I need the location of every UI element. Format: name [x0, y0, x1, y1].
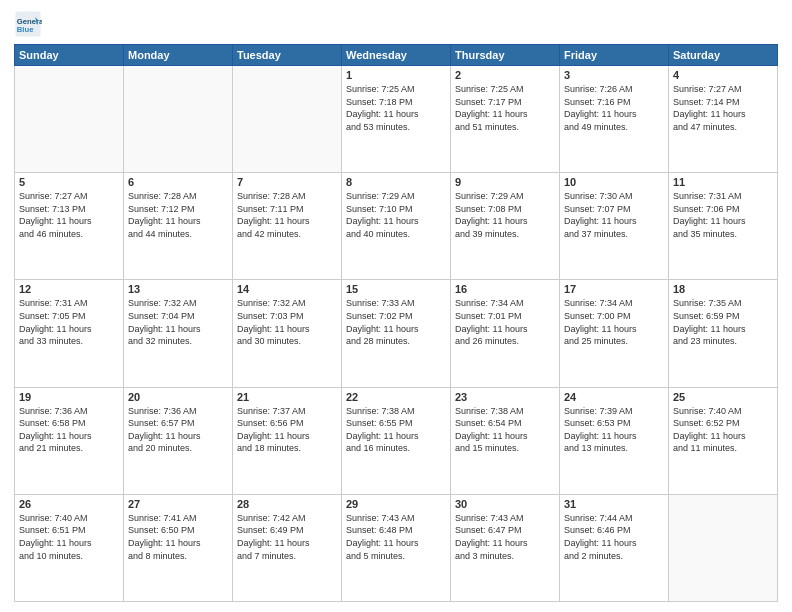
- day-number: 27: [128, 498, 228, 510]
- table-row: 18Sunrise: 7:35 AM Sunset: 6:59 PM Dayli…: [669, 280, 778, 387]
- svg-text:Blue: Blue: [17, 25, 34, 34]
- calendar-week-row: 19Sunrise: 7:36 AM Sunset: 6:58 PM Dayli…: [15, 387, 778, 494]
- day-info: Sunrise: 7:42 AM Sunset: 6:49 PM Dayligh…: [237, 512, 337, 562]
- day-info: Sunrise: 7:29 AM Sunset: 7:10 PM Dayligh…: [346, 190, 446, 240]
- day-info: Sunrise: 7:37 AM Sunset: 6:56 PM Dayligh…: [237, 405, 337, 455]
- day-number: 31: [564, 498, 664, 510]
- table-row: [233, 66, 342, 173]
- table-row: 25Sunrise: 7:40 AM Sunset: 6:52 PM Dayli…: [669, 387, 778, 494]
- day-info: Sunrise: 7:38 AM Sunset: 6:55 PM Dayligh…: [346, 405, 446, 455]
- day-number: 21: [237, 391, 337, 403]
- day-number: 6: [128, 176, 228, 188]
- day-info: Sunrise: 7:39 AM Sunset: 6:53 PM Dayligh…: [564, 405, 664, 455]
- table-row: 1Sunrise: 7:25 AM Sunset: 7:18 PM Daylig…: [342, 66, 451, 173]
- table-row: 4Sunrise: 7:27 AM Sunset: 7:14 PM Daylig…: [669, 66, 778, 173]
- day-info: Sunrise: 7:40 AM Sunset: 6:51 PM Dayligh…: [19, 512, 119, 562]
- calendar-week-row: 1Sunrise: 7:25 AM Sunset: 7:18 PM Daylig…: [15, 66, 778, 173]
- table-row: 30Sunrise: 7:43 AM Sunset: 6:47 PM Dayli…: [451, 494, 560, 601]
- day-info: Sunrise: 7:26 AM Sunset: 7:16 PM Dayligh…: [564, 83, 664, 133]
- table-row: 14Sunrise: 7:32 AM Sunset: 7:03 PM Dayli…: [233, 280, 342, 387]
- day-info: Sunrise: 7:34 AM Sunset: 7:01 PM Dayligh…: [455, 297, 555, 347]
- table-row: 24Sunrise: 7:39 AM Sunset: 6:53 PM Dayli…: [560, 387, 669, 494]
- day-number: 25: [673, 391, 773, 403]
- table-row: 12Sunrise: 7:31 AM Sunset: 7:05 PM Dayli…: [15, 280, 124, 387]
- day-number: 11: [673, 176, 773, 188]
- day-number: 7: [237, 176, 337, 188]
- day-number: 14: [237, 283, 337, 295]
- col-thursday: Thursday: [451, 45, 560, 66]
- day-number: 28: [237, 498, 337, 510]
- day-info: Sunrise: 7:30 AM Sunset: 7:07 PM Dayligh…: [564, 190, 664, 240]
- table-row: 21Sunrise: 7:37 AM Sunset: 6:56 PM Dayli…: [233, 387, 342, 494]
- table-row: 27Sunrise: 7:41 AM Sunset: 6:50 PM Dayli…: [124, 494, 233, 601]
- day-number: 20: [128, 391, 228, 403]
- calendar-header-row: Sunday Monday Tuesday Wednesday Thursday…: [15, 45, 778, 66]
- day-info: Sunrise: 7:36 AM Sunset: 6:58 PM Dayligh…: [19, 405, 119, 455]
- day-info: Sunrise: 7:43 AM Sunset: 6:48 PM Dayligh…: [346, 512, 446, 562]
- table-row: 15Sunrise: 7:33 AM Sunset: 7:02 PM Dayli…: [342, 280, 451, 387]
- day-number: 30: [455, 498, 555, 510]
- table-row: 23Sunrise: 7:38 AM Sunset: 6:54 PM Dayli…: [451, 387, 560, 494]
- table-row: 10Sunrise: 7:30 AM Sunset: 7:07 PM Dayli…: [560, 173, 669, 280]
- day-number: 16: [455, 283, 555, 295]
- day-number: 3: [564, 69, 664, 81]
- day-number: 13: [128, 283, 228, 295]
- table-row: 26Sunrise: 7:40 AM Sunset: 6:51 PM Dayli…: [15, 494, 124, 601]
- day-info: Sunrise: 7:31 AM Sunset: 7:05 PM Dayligh…: [19, 297, 119, 347]
- day-number: 18: [673, 283, 773, 295]
- page: General Blue Sunday Monday Tuesday Wedne…: [0, 0, 792, 612]
- table-row: 20Sunrise: 7:36 AM Sunset: 6:57 PM Dayli…: [124, 387, 233, 494]
- day-info: Sunrise: 7:32 AM Sunset: 7:04 PM Dayligh…: [128, 297, 228, 347]
- table-row: 11Sunrise: 7:31 AM Sunset: 7:06 PM Dayli…: [669, 173, 778, 280]
- day-info: Sunrise: 7:28 AM Sunset: 7:11 PM Dayligh…: [237, 190, 337, 240]
- table-row: 22Sunrise: 7:38 AM Sunset: 6:55 PM Dayli…: [342, 387, 451, 494]
- day-info: Sunrise: 7:43 AM Sunset: 6:47 PM Dayligh…: [455, 512, 555, 562]
- day-number: 5: [19, 176, 119, 188]
- day-info: Sunrise: 7:40 AM Sunset: 6:52 PM Dayligh…: [673, 405, 773, 455]
- col-monday: Monday: [124, 45, 233, 66]
- day-info: Sunrise: 7:25 AM Sunset: 7:17 PM Dayligh…: [455, 83, 555, 133]
- table-row: 17Sunrise: 7:34 AM Sunset: 7:00 PM Dayli…: [560, 280, 669, 387]
- table-row: 13Sunrise: 7:32 AM Sunset: 7:04 PM Dayli…: [124, 280, 233, 387]
- calendar-week-row: 12Sunrise: 7:31 AM Sunset: 7:05 PM Dayli…: [15, 280, 778, 387]
- calendar-week-row: 26Sunrise: 7:40 AM Sunset: 6:51 PM Dayli…: [15, 494, 778, 601]
- day-number: 23: [455, 391, 555, 403]
- day-number: 26: [19, 498, 119, 510]
- day-info: Sunrise: 7:34 AM Sunset: 7:00 PM Dayligh…: [564, 297, 664, 347]
- table-row: 7Sunrise: 7:28 AM Sunset: 7:11 PM Daylig…: [233, 173, 342, 280]
- col-saturday: Saturday: [669, 45, 778, 66]
- day-number: 19: [19, 391, 119, 403]
- col-friday: Friday: [560, 45, 669, 66]
- col-tuesday: Tuesday: [233, 45, 342, 66]
- day-number: 9: [455, 176, 555, 188]
- header: General Blue: [14, 10, 778, 38]
- svg-text:General: General: [17, 17, 42, 26]
- table-row: [15, 66, 124, 173]
- day-number: 24: [564, 391, 664, 403]
- day-info: Sunrise: 7:44 AM Sunset: 6:46 PM Dayligh…: [564, 512, 664, 562]
- table-row: 2Sunrise: 7:25 AM Sunset: 7:17 PM Daylig…: [451, 66, 560, 173]
- col-wednesday: Wednesday: [342, 45, 451, 66]
- calendar-table: Sunday Monday Tuesday Wednesday Thursday…: [14, 44, 778, 602]
- day-info: Sunrise: 7:28 AM Sunset: 7:12 PM Dayligh…: [128, 190, 228, 240]
- col-sunday: Sunday: [15, 45, 124, 66]
- table-row: 3Sunrise: 7:26 AM Sunset: 7:16 PM Daylig…: [560, 66, 669, 173]
- day-info: Sunrise: 7:32 AM Sunset: 7:03 PM Dayligh…: [237, 297, 337, 347]
- table-row: 6Sunrise: 7:28 AM Sunset: 7:12 PM Daylig…: [124, 173, 233, 280]
- table-row: 8Sunrise: 7:29 AM Sunset: 7:10 PM Daylig…: [342, 173, 451, 280]
- day-info: Sunrise: 7:31 AM Sunset: 7:06 PM Dayligh…: [673, 190, 773, 240]
- table-row: [669, 494, 778, 601]
- day-number: 10: [564, 176, 664, 188]
- table-row: 28Sunrise: 7:42 AM Sunset: 6:49 PM Dayli…: [233, 494, 342, 601]
- table-row: [124, 66, 233, 173]
- day-number: 17: [564, 283, 664, 295]
- day-number: 4: [673, 69, 773, 81]
- day-info: Sunrise: 7:41 AM Sunset: 6:50 PM Dayligh…: [128, 512, 228, 562]
- day-info: Sunrise: 7:38 AM Sunset: 6:54 PM Dayligh…: [455, 405, 555, 455]
- day-number: 15: [346, 283, 446, 295]
- table-row: 19Sunrise: 7:36 AM Sunset: 6:58 PM Dayli…: [15, 387, 124, 494]
- table-row: 9Sunrise: 7:29 AM Sunset: 7:08 PM Daylig…: [451, 173, 560, 280]
- logo-icon: General Blue: [14, 10, 42, 38]
- day-info: Sunrise: 7:27 AM Sunset: 7:13 PM Dayligh…: [19, 190, 119, 240]
- table-row: 5Sunrise: 7:27 AM Sunset: 7:13 PM Daylig…: [15, 173, 124, 280]
